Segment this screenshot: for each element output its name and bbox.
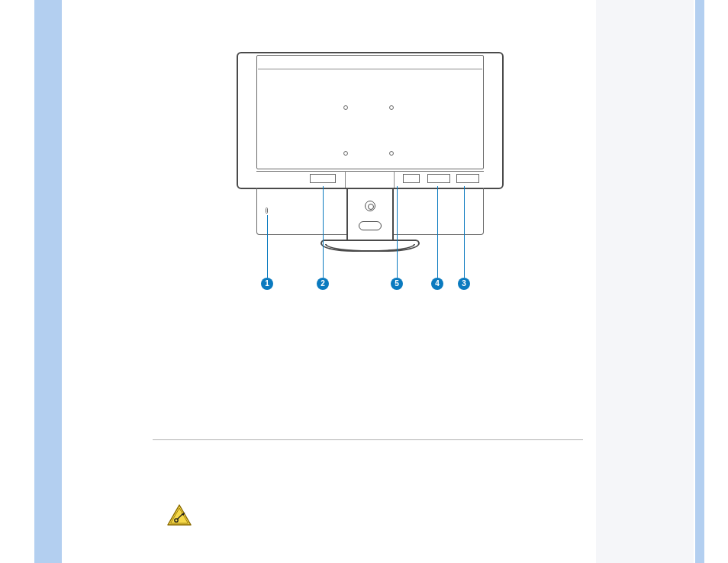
vesa-hole <box>343 151 348 156</box>
vga-port <box>427 174 450 183</box>
leader-line <box>323 186 324 278</box>
callout-5: 5 <box>391 278 403 290</box>
vesa-hole <box>389 105 394 110</box>
monitor-rear-diagram: 1 2 5 4 3 <box>237 52 504 250</box>
audio-port <box>403 174 420 183</box>
security-lock-slot <box>266 208 268 214</box>
callout-3: 3 <box>458 278 470 290</box>
right-margin-bar <box>695 0 704 563</box>
port-divider <box>345 171 346 188</box>
leader-line <box>267 215 268 278</box>
callout-1: 1 <box>261 278 273 290</box>
stand-screw <box>365 201 375 211</box>
dvi-port <box>456 174 479 183</box>
left-margin-bar <box>34 0 62 563</box>
monitor-rear-panel <box>256 55 484 169</box>
leader-line <box>437 186 438 278</box>
stand-neck-fill <box>348 189 392 240</box>
power-port <box>310 174 336 183</box>
caution-icon <box>166 503 192 526</box>
cable-slot <box>359 221 382 230</box>
callout-2: 2 <box>317 278 329 290</box>
section-divider <box>153 439 583 440</box>
port-divider <box>394 171 395 188</box>
vesa-hole <box>389 151 394 156</box>
leader-line <box>464 186 465 278</box>
callout-4: 4 <box>431 278 443 290</box>
leader-line <box>397 186 398 278</box>
vesa-hole <box>343 105 348 110</box>
